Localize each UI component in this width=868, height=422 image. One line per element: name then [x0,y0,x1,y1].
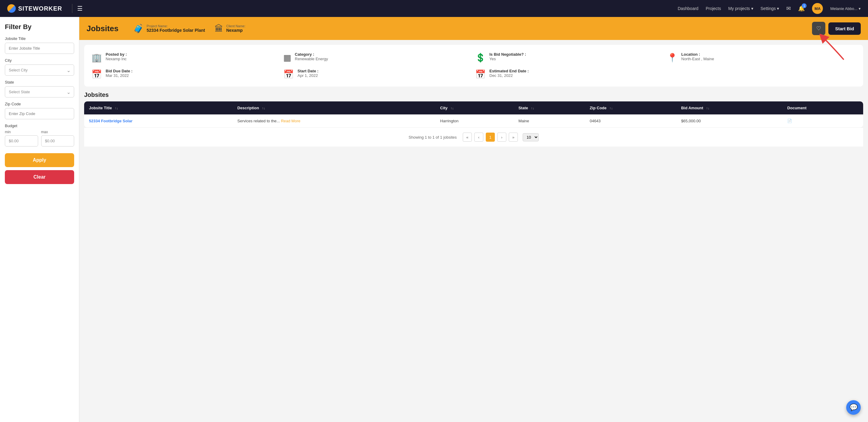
table-row: 52334 Footbridge Solar Services related … [84,114,863,127]
end-date-icon: 📅 [475,69,486,79]
chat-bubble[interactable]: 💬 [846,400,861,415]
state-label: State [5,80,74,85]
location-icon: 📍 [667,53,678,63]
sort-city-icon: ↑↓ [451,106,454,110]
category-item: ▦ Category : Renewable Energy [283,52,472,63]
bid-due-icon: 📅 [91,69,102,79]
pagination-row: Showing 1 to 1 of 1 jobsites « ‹ 1 › » 1… [84,127,863,147]
nav-divider [72,4,72,13]
sort-state-icon: ↑↓ [531,106,534,110]
budget-min-label: min [5,130,38,134]
posted-by-item: 🏢 Posted by : Nexamp Inc [91,52,280,63]
city-select[interactable]: Select City [5,64,74,76]
user-name-dropdown[interactable]: Melanie Abbo... ▾ [830,6,861,11]
col-state[interactable]: State ↑↓ [514,101,585,114]
zip-label: Zip Code [5,102,74,106]
app-name: SITEWORKER [18,5,62,12]
row-zip: 04643 [585,114,676,127]
col-description[interactable]: Description ↑↓ [232,101,435,114]
budget-label: Budget [5,123,74,128]
nav-projects[interactable]: Projects [706,6,721,11]
notification-badge: 1 [802,3,807,8]
start-bid-button[interactable]: Start Bid [828,22,861,35]
logo-icon [7,4,16,13]
posted-by-label: Posted by : [105,52,127,57]
row-title: 52334 Footbridge Solar [84,114,232,127]
start-date-icon: 📅 [283,69,294,79]
jobsites-table: Jobsite Title ↑↓ Description ↑↓ City ↑↓ [84,101,863,127]
bid-negotiable-item: 💲 Is Bid Negotiable? : Yes [475,52,664,63]
apply-button[interactable]: Apply [5,153,74,167]
page-last-button[interactable]: » [509,132,518,142]
zip-input[interactable] [5,108,74,119]
col-zip[interactable]: Zip Code ↑↓ [585,101,676,114]
bid-due-date-item: 📅 Bid Due Date : Mar 31, 2022 [91,69,280,79]
row-description: Services related to the... Read More [232,114,435,127]
nav-my-projects[interactable]: My projects ▾ [728,6,753,11]
bid-due-value: Mar 31, 2022 [105,73,132,78]
client-name-label: Client Name: [226,24,245,28]
end-date-item: 📅 Estimated End Date : Dec 31, 2022 [475,69,664,79]
page-size-select[interactable]: 10 25 50 [523,133,539,141]
notification-button[interactable]: 🔔 1 [798,5,805,12]
category-value: Renewable Energy [295,57,328,61]
bid-negotiable-value: Yes [489,57,526,61]
filter-title: Filter By [5,23,74,31]
page-prev-button[interactable]: ‹ [474,132,483,142]
col-doc: Document [782,101,863,114]
page-first-button[interactable]: « [463,132,472,142]
jobsite-title-input[interactable] [5,43,74,54]
nav-dashboard[interactable]: Dashboard [678,6,699,11]
table-section-title: Jobsites [84,91,863,98]
state-select-wrapper: Select State [5,86,74,97]
posted-by-value: Nexamp Inc [105,57,127,61]
state-select[interactable]: Select State [5,86,74,97]
budget-max-input[interactable] [41,135,74,147]
main-content: Jobsites 🧳 Project Name: 52334 Footbridg… [79,17,868,422]
clear-button[interactable]: Clear [5,170,74,184]
end-date-value: Dec 31, 2022 [489,73,529,78]
start-date-label: Start Date : [298,69,318,73]
sort-zip-icon: ↑↓ [610,106,613,110]
mail-button[interactable]: ✉ [786,5,791,12]
row-bid: $65,000.00 [676,114,782,127]
sort-description-icon: ↑↓ [262,106,266,110]
jobsites-banner-title: Jobsites [87,24,119,33]
project-name-info: 🧳 Project Name: 52334 Footbridge Solar P… [133,24,205,34]
budget-row: min max [5,130,74,147]
end-date-label: Estimated End Date : [489,69,529,73]
hamburger-menu[interactable]: ☰ [77,5,83,12]
project-name-value: 52334 Footbridge Solar Plant [147,28,205,33]
location-value: North-East , Maine [681,57,714,61]
jobsites-table-section: Jobsites Jobsite Title ↑↓ Description ↑↓ [84,91,863,147]
avatar[interactable]: MA [812,3,823,14]
jobsite-title-link[interactable]: 52334 Footbridge Solar [89,119,132,123]
posted-by-icon: 🏢 [91,53,102,63]
budget-min-input[interactable] [5,135,38,147]
sort-title-icon: ↑↓ [115,106,118,110]
start-date-item: 📅 Start Date : Apr 1, 2022 [283,69,472,79]
budget-max-col: max [41,130,74,147]
project-name-label: Project Name: [147,24,205,28]
start-date-value: Apr 1, 2022 [298,73,318,78]
read-more-link[interactable]: Read More [281,119,300,123]
col-city[interactable]: City ↑↓ [435,101,514,114]
app-logo[interactable]: SITEWORKER [7,4,62,13]
document-icon[interactable]: 📄 [787,119,792,123]
nav-links: Dashboard Projects My projects ▾ Setting… [678,3,861,14]
col-title[interactable]: Jobsite Title ↑↓ [84,101,232,114]
page-next-button[interactable]: › [497,132,506,142]
row-state: Maine [514,114,585,127]
project-icon: 🧳 [133,24,144,34]
banner-actions: ♡ Start Bid [812,22,861,35]
category-icon: ▦ [283,53,291,63]
favorite-button[interactable]: ♡ [812,22,825,35]
nav-settings[interactable]: Settings ▾ [761,6,779,11]
pagination-info: Showing 1 to 1 of 1 jobsites [409,135,457,140]
sort-bid-icon: ↑↓ [706,106,709,110]
table-body: 52334 Footbridge Solar Services related … [84,114,863,127]
col-bid[interactable]: Bid Amount ↑↓ [676,101,782,114]
page-current-button[interactable]: 1 [486,132,495,142]
table-header: Jobsite Title ↑↓ Description ↑↓ City ↑↓ [84,101,863,114]
project-details-card: 🏢 Posted by : Nexamp Inc ▦ Category : Re… [84,45,863,87]
